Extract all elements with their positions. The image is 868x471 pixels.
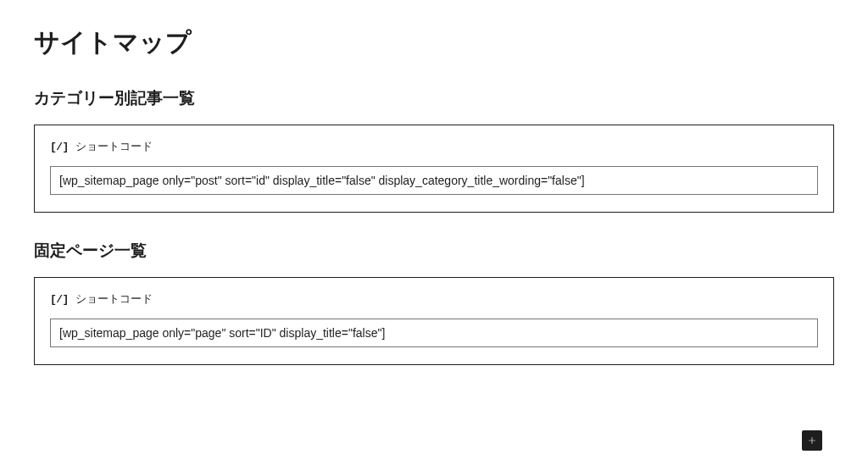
shortcode-label: ショートコード xyxy=(75,139,153,154)
shortcode-header: [/] ショートコード xyxy=(50,139,818,154)
shortcode-label: ショートコード xyxy=(75,291,153,307)
shortcode-icon: [/] xyxy=(50,141,69,153)
shortcode-input-pages[interactable] xyxy=(50,319,818,347)
shortcode-icon: [/] xyxy=(50,293,69,306)
shortcode-header: [/] ショートコード xyxy=(50,291,818,307)
plus-icon xyxy=(805,434,819,447)
add-block-button[interactable] xyxy=(802,430,822,451)
shortcode-block-pages[interactable]: [/] ショートコード xyxy=(34,277,834,365)
page-title[interactable]: サイトマップ xyxy=(34,25,834,60)
section-heading-category[interactable]: カテゴリー別記事一覧 xyxy=(34,87,834,109)
shortcode-input-category[interactable] xyxy=(50,166,818,195)
section-heading-pages[interactable]: 固定ページ一覧 xyxy=(34,240,834,262)
shortcode-block-category[interactable]: [/] ショートコード xyxy=(34,125,834,213)
